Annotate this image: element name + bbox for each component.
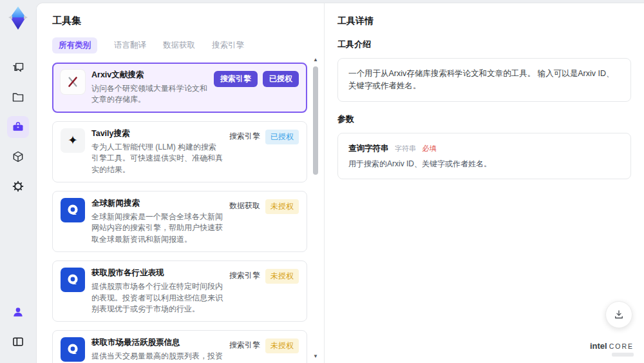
auth-badge: 已授权: [265, 130, 299, 144]
tab-data-fetch[interactable]: 数据获取: [163, 37, 195, 54]
category-label: 搜索引擎: [229, 130, 260, 142]
tool-card-active-stocks[interactable]: 获取市场最活跃股票信息 提供当天交易量最高的股票列表，投资者可以利用这些信息来识…: [52, 330, 307, 363]
sidebar-item-files[interactable]: [7, 86, 29, 108]
param-box: 查询字符串 字符串 必填 用于搜索的Arxiv ID、关键字或作者姓名。: [337, 133, 631, 180]
category-label: 搜索引擎: [229, 269, 260, 281]
core-wordmark: core: [609, 342, 634, 350]
tool-detail-panel: 工具详情 工具介绍 一个用于从Arxiv存储库搜索科学论文和文章的工具。 输入可…: [324, 3, 644, 363]
sidebar-item-models[interactable]: [7, 146, 29, 168]
tavily-sparkle-icon: ✦: [61, 128, 85, 153]
download-icon: [613, 309, 625, 320]
tool-desc: 专为人工智能代理 (LLM) 构建的搜索引擎工具。可快速提供实时、准确和真实的结…: [91, 142, 223, 175]
param-required-flag: 必填: [422, 144, 436, 152]
briefcase-tools-icon: [12, 121, 24, 133]
sidebar-item-user[interactable]: [7, 301, 29, 323]
intel-logo-sub: [612, 353, 634, 357]
tool-card-stock-sectors[interactable]: 获取股市各行业表现 提供股票市场各个行业在特定时间段内的表现。投资者可以利用这些…: [52, 260, 307, 322]
blue-search-q-icon: [61, 198, 85, 222]
tool-desc: 提供当天交易量最高的股票列表，投资者可以利用这些信息来识别流动性强的股票和潜在的…: [91, 351, 223, 363]
scroll-up-arrow[interactable]: ▲: [312, 57, 319, 63]
tool-name: 获取市场最活跃股票信息: [91, 337, 223, 348]
gear-icon: [12, 180, 24, 193]
tool-card-arxiv[interactable]: Arxiv文献搜索 访问各个研究领域大量科学论文和文章的存储库。 搜索引擎 已授…: [52, 63, 307, 113]
auth-badge: 已授权: [263, 71, 299, 87]
param-desc: 用于搜索的Arxiv ID、关键字或作者姓名。: [348, 158, 620, 170]
category-tabs: 所有类别 语言翻译 数据获取 搜索引擎: [52, 37, 324, 54]
detail-title: 工具详情: [337, 15, 631, 27]
category-label: 搜索引擎: [229, 338, 260, 351]
tool-name: 获取股市各行业表现: [91, 268, 223, 279]
scrollbar-thumb[interactable]: [313, 66, 318, 175]
tool-list: Arxiv文献搜索 访问各个研究领域大量科学论文和文章的存储库。 搜索引擎 已授…: [44, 61, 324, 363]
auth-badge: 未授权: [265, 338, 299, 353]
tool-card-global-news[interactable]: 全球新闻搜索 全球新闻搜索是一个聚合全球各大新闻网站内容的搜索引擎，帮助用户快速…: [52, 191, 307, 252]
sidebar-item-settings[interactable]: [7, 175, 29, 197]
cube-icon: [12, 150, 24, 163]
collapse-panel-icon: [12, 335, 24, 348]
toolset-panel: 工具集 所有类别 语言翻译 数据获取 搜索引擎 Arxiv文献搜索 访问各个研究…: [37, 3, 324, 363]
main-content: 工具集 所有类别 语言翻译 数据获取 搜索引擎 Arxiv文献搜索 访问各个研究…: [36, 3, 644, 363]
tool-name: Arxiv文献搜索: [91, 70, 207, 81]
tool-desc: 全球新闻搜索是一个聚合全球各大新闻网站内容的搜索引擎，帮助用户快速获取全球最新资…: [91, 211, 223, 245]
app-sidebar: [0, 0, 36, 363]
category-label: 数据获取: [229, 199, 260, 211]
auth-badge: 未授权: [265, 199, 299, 214]
download-button[interactable]: [605, 301, 632, 328]
user-icon: [12, 306, 24, 319]
folder-icon: [12, 91, 24, 104]
tab-search-engine[interactable]: 搜索引擎: [212, 37, 244, 54]
chat-icon: [12, 61, 24, 74]
blue-search-q-icon: [61, 268, 85, 292]
param-name: 查询字符串: [348, 144, 389, 153]
sidebar-item-tools[interactable]: [7, 116, 29, 138]
tool-desc: 访问各个研究领域大量科学论文和文章的存储库。: [91, 83, 207, 106]
intel-wordmark: intel: [590, 341, 607, 351]
auth-badge: 未授权: [265, 269, 299, 284]
blue-search-q-icon: [61, 337, 85, 362]
page-title: 工具集: [52, 15, 324, 27]
tool-card-tavily[interactable]: ✦ Tavily搜索 专为人工智能代理 (LLM) 构建的搜索引擎工具。可快速提…: [52, 121, 307, 182]
list-scrollbar[interactable]: ▲ ▼: [312, 57, 319, 359]
intel-core-logo: intelcore: [590, 341, 634, 357]
tool-name: Tavily搜索: [91, 128, 223, 139]
tab-translation[interactable]: 语言翻译: [114, 37, 146, 54]
params-heading: 参数: [337, 113, 631, 125]
tab-all-categories[interactable]: 所有类别: [52, 37, 97, 54]
category-badge: 搜索引擎: [214, 71, 258, 87]
tool-desc: 提供股票市场各个行业在特定时间段内的表现。投资者可以利用这些信息来识别表现优于或…: [91, 281, 223, 315]
intro-heading: 工具介绍: [337, 39, 631, 50]
sidebar-item-chat[interactable]: [7, 57, 29, 79]
scroll-down-arrow[interactable]: ▼: [312, 354, 319, 359]
tool-name: 全球新闻搜索: [91, 198, 223, 209]
sidebar-item-collapse[interactable]: [7, 331, 29, 353]
intro-box: 一个用于从Arxiv存储库搜索科学论文和文章的工具。 输入可以是Arxiv ID…: [337, 58, 631, 102]
app-logo-crystal-icon: [6, 5, 30, 31]
arxiv-x-icon: [61, 70, 85, 94]
param-type: 字符串: [395, 144, 416, 152]
